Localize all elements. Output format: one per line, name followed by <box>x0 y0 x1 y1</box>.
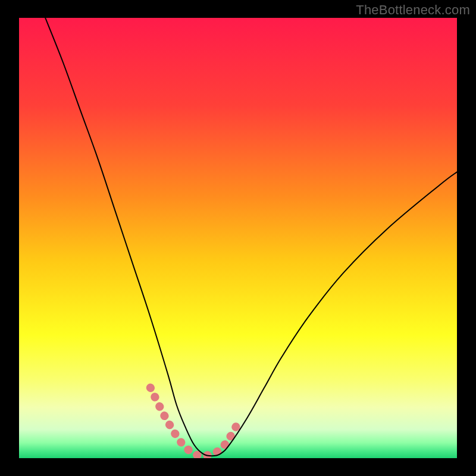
bottleneck-curve <box>45 18 457 456</box>
chart-stage: TheBottleneck.com <box>0 0 476 476</box>
plot-area <box>19 18 457 458</box>
curve-layer <box>19 18 457 458</box>
watermark-text: TheBottleneck.com <box>356 2 470 18</box>
